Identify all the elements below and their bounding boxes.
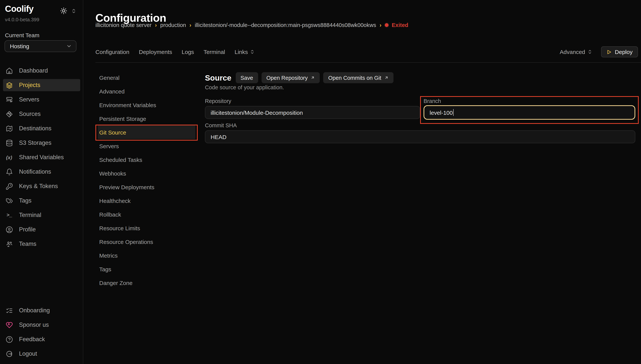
section-item-advanced[interactable]: Advanced xyxy=(98,84,195,98)
commit-sha-value: HEAD xyxy=(211,134,226,140)
current-team-label: Current Team xyxy=(5,32,39,38)
deploy-button[interactable]: Deploy xyxy=(601,46,638,57)
key-icon xyxy=(5,182,13,190)
section-item-tags[interactable]: Tags xyxy=(98,262,195,276)
branch-input[interactable]: level-100 xyxy=(423,105,635,120)
sun-icon[interactable] xyxy=(60,7,67,14)
coolify-app: Coolify v4.0.0-beta.399 Current Team Hos… xyxy=(0,0,641,364)
open-commits-label: Open Commits on Git xyxy=(328,75,381,81)
sidebar-item-teams[interactable]: Teams xyxy=(3,238,80,250)
tab-logs[interactable]: Logs xyxy=(182,49,194,55)
chevrons-up-down-icon[interactable] xyxy=(71,8,77,14)
sidebar-item-profile[interactable]: Profile xyxy=(3,224,80,236)
section-item-danger-zone[interactable]: Danger Zone xyxy=(98,276,195,290)
sidebar-item-servers[interactable]: Servers xyxy=(3,94,80,106)
section-item-rollback[interactable]: Rollback xyxy=(98,208,195,221)
open-repository-label: Open Repository xyxy=(266,75,308,81)
tab-links-label: Links xyxy=(235,49,248,55)
commit-sha-label: Commit SHA xyxy=(205,122,237,128)
open-repository-button[interactable]: Open Repository xyxy=(261,72,320,83)
tab-configuration[interactable]: Configuration xyxy=(96,49,129,55)
home-icon xyxy=(5,67,13,74)
chevron-right-icon: › xyxy=(380,22,381,28)
breadcrumb-project[interactable]: illicitonion quote server xyxy=(96,22,152,28)
app-version: v4.0.0-beta.399 xyxy=(5,17,39,22)
team-select[interactable]: Hosting xyxy=(5,40,77,52)
chevron-right-icon: › xyxy=(155,22,157,28)
status-dot-icon xyxy=(385,23,389,27)
breadcrumb-environment[interactable]: production xyxy=(160,22,186,28)
open-commits-button[interactable]: Open Commits on Git xyxy=(323,72,393,83)
commit-sha-input[interactable]: HEAD xyxy=(205,130,635,143)
sidebar-item-label: Dashboard xyxy=(19,67,48,74)
source-heading: Source xyxy=(205,73,231,82)
tab-deployments[interactable]: Deployments xyxy=(139,49,172,55)
status-badge: Exited xyxy=(385,22,408,28)
repository-input[interactable]: illicitestonion/Module-Decomposition xyxy=(205,106,420,119)
section-item-git-source[interactable]: Git Source xyxy=(98,126,195,139)
sidebar-item-feedback[interactable]: Feedback xyxy=(3,333,80,346)
section-item-preview-deployments[interactable]: Preview Deployments xyxy=(98,180,195,194)
section-nav: General Advanced Environment Variables P… xyxy=(98,71,195,290)
sidebar-item-sponsor-us[interactable]: Sponsor us xyxy=(3,319,80,331)
tags-icon xyxy=(5,197,13,204)
sidebar-item-terminal[interactable]: >_ Terminal xyxy=(3,209,80,221)
source-header: Source Save Open Repository Open Commits… xyxy=(205,72,393,83)
repository-value: illicitestonion/Module-Decomposition xyxy=(211,109,303,116)
sidebar-item-tags[interactable]: Tags xyxy=(3,194,80,207)
sidebar-item-label: Teams xyxy=(19,240,36,247)
deploy-label: Deploy xyxy=(615,49,632,55)
sidebar-item-onboarding[interactable]: Onboarding xyxy=(3,304,80,316)
sidebar-item-label: Sponsor us xyxy=(19,322,49,328)
section-item-servers[interactable]: Servers xyxy=(98,139,195,153)
breadcrumb-resource[interactable]: illicitestonion/-module--decomposition:m… xyxy=(195,22,376,28)
branch-label: Branch xyxy=(423,98,441,104)
sidebar-item-label: Profile xyxy=(19,226,36,233)
save-button[interactable]: Save xyxy=(236,72,258,83)
chevron-down-icon xyxy=(66,43,72,49)
repository-label: Repository xyxy=(205,98,231,104)
breadcrumb: illicitonion quote server › production ›… xyxy=(96,22,408,28)
section-item-resource-limits[interactable]: Resource Limits xyxy=(98,221,195,235)
sidebar-item-keys-tokens[interactable]: Keys & Tokens xyxy=(3,180,80,192)
advanced-label: Advanced xyxy=(560,49,585,55)
variable-icon: (x) xyxy=(5,154,13,161)
sidebar-item-sources[interactable]: Sources xyxy=(3,108,80,120)
database-icon xyxy=(5,139,13,147)
sidebar-item-destinations[interactable]: Destinations xyxy=(3,122,80,134)
section-item-scheduled-tasks[interactable]: Scheduled Tasks xyxy=(98,153,195,166)
main-area: Configuration illicitonion quote server … xyxy=(83,0,641,364)
tab-bar: Configuration Deployments Logs Terminal … xyxy=(96,49,255,55)
chevrons-up-down-icon xyxy=(250,50,255,54)
sidebar-item-notifications[interactable]: Notifications xyxy=(3,166,80,178)
section-item-webhooks[interactable]: Webhooks xyxy=(98,166,195,180)
section-item-healthcheck[interactable]: Healthcheck xyxy=(98,194,195,208)
logout-icon xyxy=(5,350,13,358)
help-circle-icon xyxy=(5,336,13,343)
sidebar-item-s3-storages[interactable]: S3 Storages xyxy=(3,137,80,149)
save-label: Save xyxy=(241,75,253,81)
sidebar-item-shared-variables[interactable]: (x) Shared Variables xyxy=(3,151,80,164)
sidebar: Coolify v4.0.0-beta.399 Current Team Hos… xyxy=(0,0,83,364)
section-item-metrics[interactable]: Metrics xyxy=(98,248,195,262)
sidebar-item-label: Shared Variables xyxy=(19,154,64,161)
arrow-up-right-icon xyxy=(311,76,315,80)
sidebar-item-label: S3 Storages xyxy=(19,140,52,146)
sidebar-item-logout[interactable]: Logout xyxy=(3,348,80,360)
source-description: Code source of your application. xyxy=(205,84,284,90)
section-item-persistent-storage[interactable]: Persistent Storage xyxy=(98,112,195,126)
section-item-general[interactable]: General xyxy=(98,71,195,84)
user-circle-icon xyxy=(5,226,13,233)
tab-links[interactable]: Links xyxy=(235,49,255,55)
team-select-value: Hosting xyxy=(10,43,29,50)
terminal-icon: >_ xyxy=(5,211,13,219)
section-item-environment-variables[interactable]: Environment Variables xyxy=(98,98,195,112)
sidebar-item-label: Notifications xyxy=(19,168,51,175)
sidebar-item-label: Sources xyxy=(19,110,41,118)
sidebar-item-projects[interactable]: Projects xyxy=(3,79,80,91)
sidebar-item-dashboard[interactable]: Dashboard xyxy=(3,64,80,77)
users-icon xyxy=(5,240,13,248)
section-item-resource-operations[interactable]: Resource Operations xyxy=(98,235,195,248)
advanced-dropdown[interactable]: Advanced xyxy=(560,49,592,55)
tab-terminal[interactable]: Terminal xyxy=(204,49,225,55)
